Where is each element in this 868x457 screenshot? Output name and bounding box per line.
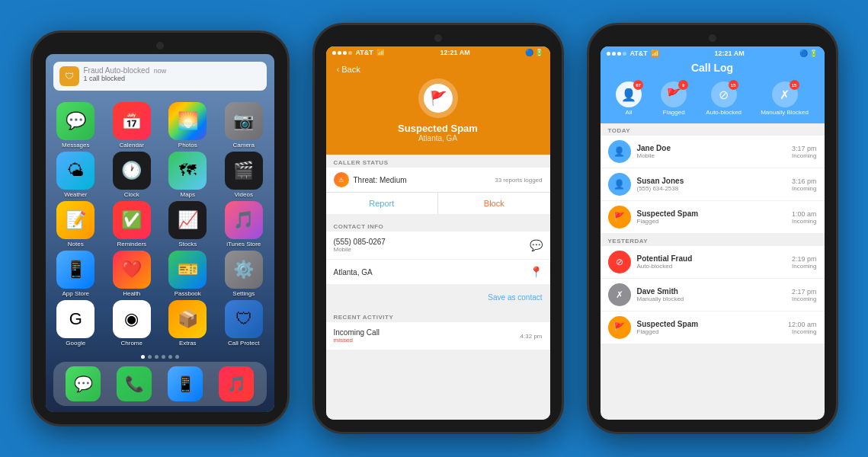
threat-text: Threat: Medium <box>354 176 407 184</box>
dock-phone[interactable]: 📞 <box>117 366 152 401</box>
day-header-yesterday: YESTERDAY <box>601 234 825 246</box>
block-button[interactable]: Block <box>438 193 550 214</box>
notification-banner[interactable]: 🛡 Fraud Auto-blocked now 1 call blocked <box>53 62 267 91</box>
page-dot-6 <box>175 355 179 359</box>
log-sub: Flagged <box>637 328 782 335</box>
app-icon-videos[interactable]: 🎬 Videos <box>217 152 271 198</box>
cl-battery: 🔵 🔋 <box>799 50 818 57</box>
app-icon-bg: 🛡 <box>225 300 263 338</box>
filter-avatar: ⊘ 15 <box>711 81 737 107</box>
calllog-title: Call Log <box>607 60 818 78</box>
app-icon-google[interactable]: G Google <box>50 300 103 347</box>
filter-label: Manually Blocked <box>761 109 809 116</box>
log-row[interactable]: ✗ Dave Smith Manually blocked 2:17 pm In… <box>601 279 825 312</box>
app-label: Maps <box>180 191 195 198</box>
cl-carrier: AT&T <box>630 50 648 57</box>
log-time-value: 12:00 am <box>788 321 817 328</box>
log-row[interactable]: 👤 Susan Jones (555) 634-2538 3:16 pm Inc… <box>601 168 825 201</box>
app-label: Settings <box>232 290 255 297</box>
filter-badge: 15 <box>790 80 799 90</box>
app-icon-bg: 📷 <box>225 102 263 140</box>
filter-label: All <box>626 109 633 116</box>
log-time: 3:16 pm Incoming <box>792 177 817 192</box>
location-icon[interactable]: 📍 <box>530 266 543 278</box>
log-row[interactable]: 🚩 Suspected Spam Flagged 1:00 am Incomin… <box>601 201 825 234</box>
log-name: Suspected Spam <box>637 320 782 328</box>
calllog-header: AT&T 📶 12:21 AM 🔵 🔋 Call Log 👤 67 All 🚩 … <box>601 46 825 123</box>
app-icon-maps[interactable]: 🗺 Maps <box>162 152 215 198</box>
detail-body: CALLER STATUS ⚠ Threat: Medium 33 report… <box>326 155 550 420</box>
filter-icon: 👤 <box>621 88 636 102</box>
app-icon-extras[interactable]: 📦 Extras <box>162 300 215 347</box>
report-button[interactable]: Report <box>326 193 439 214</box>
app-grid: 💬 Messages 📅 Calendar 🌅 Photos 📷 Camera … <box>46 98 274 350</box>
app-icon-bg: ◉ <box>113 300 151 338</box>
app-icon-photos[interactable]: 🌅 Photos <box>162 102 215 149</box>
app-icon-messages[interactable]: 💬 Messages <box>50 102 103 149</box>
app-icon-itunes-store[interactable]: 🎵 iTunes Store <box>217 201 271 248</box>
log-name: Potential Fraud <box>637 254 786 263</box>
app-label: Extras <box>179 340 197 347</box>
app-label: iTunes Store <box>226 241 261 248</box>
app-icon-camera[interactable]: 📷 Camera <box>217 102 271 149</box>
caller-avatar-inner: 🚩 <box>424 84 453 113</box>
wifi-icon: 📶 <box>376 49 385 56</box>
app-icon-clock[interactable]: 🕐 Clock <box>105 152 159 198</box>
filter-tabs: 👤 67 All 🚩 9 Flagged ⊘ 15 Auto-blocked ✗… <box>607 78 818 117</box>
app-icon-settings[interactable]: ⚙️ Settings <box>217 251 271 297</box>
recent-call-sub: missed <box>334 337 380 344</box>
notif-content: Fraud Auto-blocked now 1 call blocked <box>84 66 261 82</box>
dock-appstore[interactable]: 📱 <box>168 366 203 401</box>
log-avatar: ⊘ <box>608 251 631 273</box>
message-icon[interactable]: 💬 <box>530 239 543 251</box>
app-icon-weather[interactable]: 🌤 Weather <box>50 152 103 198</box>
page-indicator <box>46 355 274 359</box>
log-row[interactable]: 👤 Jane Doe Mobile 3:17 pm Incoming <box>601 136 825 168</box>
filter-tab-all[interactable]: 👤 67 All <box>616 81 642 116</box>
filter-tab-flagged[interactable]: 🚩 9 Flagged <box>661 81 687 116</box>
app-icon-chrome[interactable]: ◉ Chrome <box>105 300 159 347</box>
save-contact-link[interactable]: Save as contact <box>488 293 542 302</box>
filter-icon: 🚩 <box>666 88 681 102</box>
log-time-value: 2:17 pm <box>792 288 817 296</box>
log-row[interactable]: 🚩 Suspected Spam Flagged 12:00 am Incomi… <box>601 312 825 344</box>
log-info: Jane Doe Mobile <box>637 144 786 159</box>
log-avatar: 🚩 <box>608 206 631 228</box>
app-label: Calendar <box>120 142 144 149</box>
app-icon-calendar[interactable]: 📅 Calendar <box>105 102 159 149</box>
app-icon-stocks[interactable]: 📈 Stocks <box>162 201 215 248</box>
app-label: Google <box>66 340 85 347</box>
recent-activity-label: RECENT ACTIVITY <box>326 309 550 322</box>
back-chevron-icon: ‹ <box>337 65 340 74</box>
battery-area: 🔵 🔋 <box>525 49 543 56</box>
dock-messages[interactable]: 💬 <box>66 366 101 401</box>
log-type: Incoming <box>792 296 817 302</box>
app-icon-passbook[interactable]: 🎫 Passbook <box>162 251 215 297</box>
back-button[interactable]: ‹ Back <box>337 65 360 74</box>
log-info: Suspected Spam Flagged <box>637 209 786 225</box>
app-label: Reminders <box>117 241 146 248</box>
log-row[interactable]: ⊘ Potential Fraud Auto-blocked 2:19 pm I… <box>601 246 825 279</box>
log-sub: Flagged <box>637 218 786 225</box>
app-icon-app-store[interactable]: 📱 App Store <box>50 251 103 297</box>
app-icon-notes[interactable]: 📝 Notes <box>50 201 103 248</box>
app-label: Passbook <box>175 290 201 297</box>
log-sub: (555) 634-2538 <box>637 185 786 192</box>
filter-tab-auto-blocked[interactable]: ⊘ 15 Auto-blocked <box>706 81 741 116</box>
caller-name: Suspected Spam <box>398 123 478 134</box>
caller-status-label: CALLER STATUS <box>326 155 550 168</box>
filter-tab-manually-blocked[interactable]: ✗ 15 Manually Blocked <box>761 81 809 116</box>
log-time-value: 3:16 pm <box>792 177 817 185</box>
app-icon-health[interactable]: ❤️ Health <box>105 251 159 297</box>
action-buttons: Report Block <box>326 192 550 214</box>
app-icon-bg: 🌤 <box>56 152 94 190</box>
log-name: Suspected Spam <box>637 209 786 218</box>
dock-music[interactable]: 🎵 <box>219 366 254 401</box>
calllog-screen: AT&T 📶 12:21 AM 🔵 🔋 Call Log 👤 67 All 🚩 … <box>601 46 825 420</box>
app-icon-bg: 📱 <box>56 251 94 289</box>
app-icon-reminders[interactable]: ✅ Reminders <box>105 201 159 248</box>
filter-label: Auto-blocked <box>706 109 741 116</box>
phone-info: (555) 085-0267 Mobile <box>334 238 386 253</box>
app-icon-call-protect[interactable]: 🛡 Call Protect <box>217 300 271 347</box>
filter-label: Flagged <box>663 109 685 116</box>
